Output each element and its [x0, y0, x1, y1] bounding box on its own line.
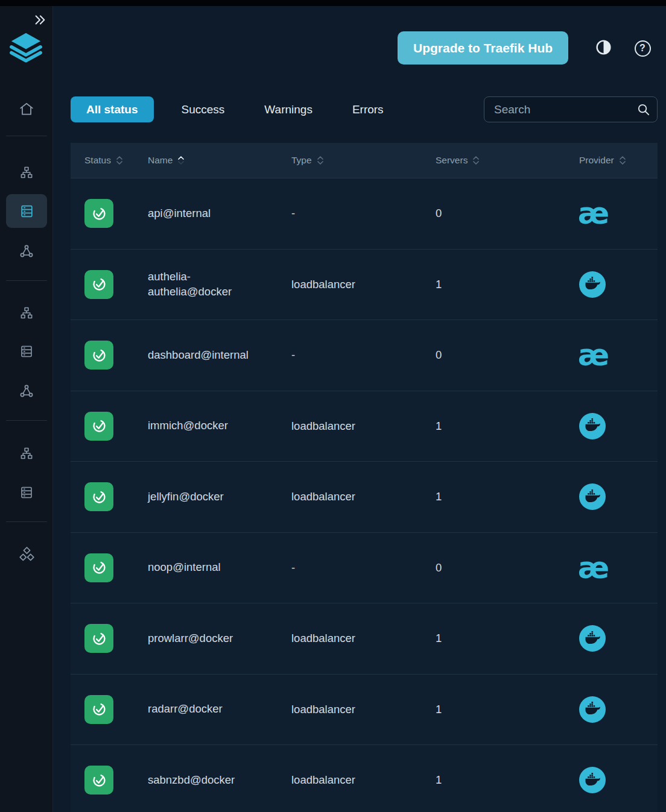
traefik-provider-icon: æ	[579, 555, 608, 581]
upgrade-hub-button[interactable]: Upgrade to Traefik Hub	[398, 31, 568, 65]
sidebar-item-tcp-services[interactable]	[13, 338, 40, 365]
tab-warnings[interactable]: Warnings	[244, 96, 332, 122]
status-cell	[84, 270, 148, 299]
expand-sidebar-button[interactable]	[30, 12, 49, 29]
status-cell	[84, 695, 148, 724]
routers-icon	[19, 306, 34, 321]
search-icon[interactable]	[636, 102, 657, 116]
table-row[interactable]: sabnzbd@docker loadbalancer 1	[71, 745, 658, 812]
service-servers: 1	[436, 490, 579, 503]
column-header-status[interactable]: Status	[84, 155, 148, 166]
sidebar-item-http-middlewares[interactable]	[13, 238, 40, 265]
sort-icons	[116, 156, 122, 165]
services-icon	[19, 344, 34, 359]
status-cell	[84, 199, 148, 228]
service-name: prowlarr@docker	[148, 631, 291, 646]
middlewares-icon	[19, 244, 34, 259]
status-cell	[84, 553, 148, 582]
table-row[interactable]: authelia-authelia@docker loadbalancer 1	[71, 250, 658, 321]
provider-cell	[579, 696, 658, 723]
service-name: authelia-authelia@docker	[148, 269, 291, 300]
docker-provider-icon	[579, 767, 606, 793]
sidebar-item-plugins[interactable]	[13, 541, 40, 568]
status-cell	[84, 624, 148, 653]
service-name: radarr@docker	[148, 702, 291, 717]
tab-all-status[interactable]: All status	[71, 96, 154, 122]
half-circle-icon	[595, 39, 612, 58]
sort-icons	[620, 156, 626, 165]
status-cell	[84, 412, 148, 441]
sidebar-item-http-routers[interactable]	[13, 160, 40, 186]
services-icon	[19, 204, 34, 219]
table-row[interactable]: jellyfin@docker loadbalancer 1	[71, 462, 658, 533]
tab-errors[interactable]: Errors	[332, 96, 404, 122]
provider-cell	[579, 271, 658, 298]
status-cell	[84, 482, 148, 511]
service-type: -	[291, 348, 436, 362]
sort-icons	[473, 156, 479, 165]
docker-provider-icon	[579, 413, 606, 439]
home-icon	[19, 101, 34, 117]
services-icon	[19, 485, 34, 500]
table-row[interactable]: api@internal - 0 æ	[71, 178, 658, 250]
sidebar-divider	[6, 420, 47, 421]
sidebar-item-udp-services[interactable]	[13, 479, 40, 506]
table-header: Status Name Type	[71, 143, 658, 178]
column-header-name[interactable]: Name	[148, 155, 291, 166]
service-type: loadbalancer	[291, 278, 436, 291]
sidebar-divider	[6, 136, 47, 136]
help-button[interactable]: ?	[633, 39, 652, 57]
sidebar-item-tcp-middlewares[interactable]	[13, 378, 40, 404]
table-row[interactable]: radarr@docker loadbalancer 1	[71, 675, 658, 746]
service-servers: 1	[436, 703, 579, 716]
column-header-servers[interactable]: Servers	[436, 155, 579, 166]
status-success-icon	[84, 766, 113, 795]
middlewares-icon	[19, 384, 34, 398]
search-input[interactable]	[484, 103, 636, 116]
status-success-icon	[84, 482, 113, 511]
status-cell	[84, 766, 148, 795]
service-servers: 1	[436, 773, 579, 787]
service-servers: 1	[436, 420, 579, 433]
question-circle-icon: ?	[635, 40, 651, 57]
status-success-icon	[84, 199, 113, 228]
docker-provider-icon	[579, 696, 606, 723]
theme-toggle-button[interactable]	[594, 39, 612, 57]
table-row[interactable]: dashboard@internal - 0 æ	[71, 320, 658, 391]
service-servers: 0	[436, 561, 579, 574]
table-row[interactable]: immich@docker loadbalancer 1	[71, 391, 658, 462]
column-label: Servers	[436, 155, 468, 166]
status-success-icon	[84, 624, 113, 653]
provider-cell: æ	[579, 200, 658, 227]
service-type: loadbalancer	[291, 490, 436, 503]
column-label: Provider	[579, 155, 614, 166]
traefik-provider-icon: æ	[579, 200, 608, 227]
status-success-icon	[84, 553, 113, 582]
service-servers: 1	[436, 278, 579, 291]
sort-icons	[317, 156, 323, 165]
status-success-icon	[84, 412, 113, 441]
provider-cell	[579, 625, 658, 652]
sidebar-item-tcp-routers[interactable]	[13, 300, 40, 327]
sidebar-item-home[interactable]	[13, 96, 40, 122]
table-row[interactable]: noop@internal - 0 æ	[71, 533, 658, 604]
service-type: loadbalancer	[291, 420, 436, 433]
provider-cell: æ	[579, 342, 658, 368]
service-servers: 1	[436, 632, 579, 645]
status-filter-tabs: All status Success Warnings Errors	[71, 96, 404, 122]
service-type: loadbalancer	[291, 703, 436, 716]
sidebar-item-udp-routers[interactable]	[13, 441, 40, 467]
service-type: -	[291, 207, 436, 220]
sidebar-item-http-services[interactable]	[6, 194, 47, 228]
browser-chrome-strip	[0, 0, 666, 6]
docker-provider-icon	[579, 271, 606, 298]
routers-icon	[19, 166, 34, 180]
traefik-provider-icon: æ	[579, 342, 608, 368]
traefik-logo[interactable]	[7, 30, 45, 65]
status-success-icon	[84, 270, 113, 299]
column-header-provider[interactable]: Provider	[579, 155, 658, 166]
column-header-type[interactable]: Type	[291, 155, 436, 166]
tab-success[interactable]: Success	[162, 96, 245, 122]
table-row[interactable]: prowlarr@docker loadbalancer 1	[71, 603, 658, 675]
sidebar	[0, 0, 53, 812]
